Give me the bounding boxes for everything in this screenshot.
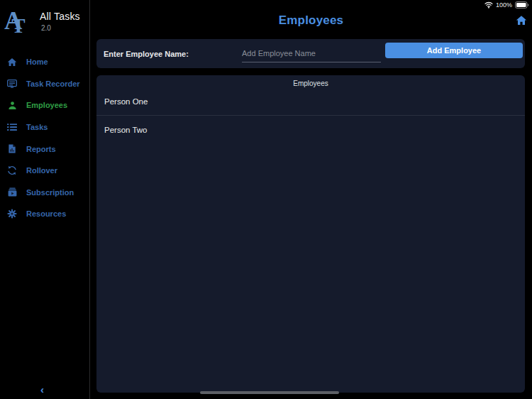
rollover-icon <box>7 165 17 175</box>
sidebar-item-rollover[interactable]: Rollover <box>0 160 89 182</box>
employees-panel: Employees Person One Person Two <box>96 75 525 393</box>
home-icon-button[interactable] <box>516 15 527 26</box>
subscription-icon <box>7 187 17 197</box>
app-logo: AT All Tasks 2.0 <box>4 9 80 37</box>
employee-name: Person Two <box>104 126 148 134</box>
add-employee-button[interactable]: Add Employee <box>385 43 523 58</box>
sidebar-collapse-chevron-icon[interactable]: ‹ <box>40 384 44 395</box>
employee-row[interactable]: Person Two <box>96 116 525 143</box>
sidebar-item-label: Tasks <box>26 123 48 131</box>
employee-name-label: Enter Employee Name: <box>104 50 189 58</box>
sidebar-item-label: Subscription <box>26 188 74 197</box>
person-icon <box>7 100 17 110</box>
sidebar-item-tasks[interactable]: Tasks <box>0 116 89 138</box>
home-icon <box>7 57 17 67</box>
sidebar-item-label: Rollover <box>26 166 57 175</box>
employee-name-input[interactable] <box>242 44 381 62</box>
sidebar-item-reports[interactable]: Reports <box>0 138 89 160</box>
logo-monogram: AT <box>4 9 40 37</box>
sidebar-item-label: Resources <box>26 209 66 218</box>
gear-icon <box>7 209 17 219</box>
sidebar-item-label: Home <box>26 58 48 66</box>
app-version: 2.0 <box>41 24 80 32</box>
sidebar: AT All Tasks 2.0 Home <box>0 0 90 399</box>
main-area: Employees Enter Employee Name: Add Emplo… <box>90 0 532 399</box>
sidebar-item-task-recorder[interactable]: Task Recorder <box>0 73 89 95</box>
app-name: All Tasks <box>40 11 80 22</box>
list-icon <box>7 122 17 132</box>
employee-row[interactable]: Person One <box>96 87 525 115</box>
sidebar-item-resources[interactable]: Resources <box>0 203 89 225</box>
add-employee-form: Enter Employee Name: Add Employee <box>96 39 525 68</box>
sidebar-item-label: Employees <box>26 101 67 109</box>
app-screen: 1:56 PM Sat Jan 29 100% <box>0 0 532 399</box>
recorder-icon <box>7 79 17 89</box>
sidebar-nav: Home Task Recorder <box>0 51 89 225</box>
sidebar-item-label: Reports <box>26 145 56 153</box>
page-title: Employees <box>90 13 532 28</box>
sidebar-item-label: Task Recorder <box>26 80 80 88</box>
report-icon <box>7 144 17 154</box>
employee-name: Person One <box>104 97 148 106</box>
sidebar-item-home[interactable]: Home <box>0 51 89 73</box>
horizontal-scrollbar[interactable] <box>200 391 339 394</box>
sidebar-item-employees[interactable]: Employees <box>0 94 89 116</box>
employees-panel-title: Employees <box>96 75 525 87</box>
sidebar-item-subscription[interactable]: Subscription <box>0 182 89 204</box>
